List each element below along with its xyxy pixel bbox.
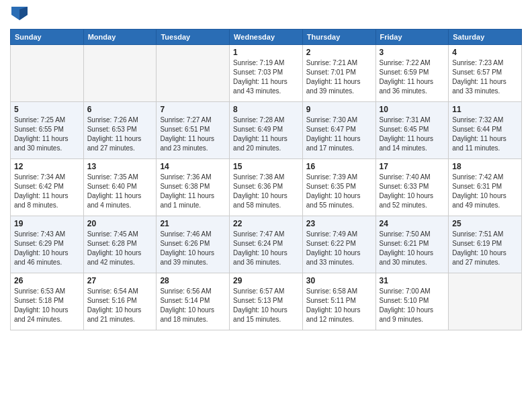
day-number: 18 (452, 162, 518, 171)
day-info: Sunrise: 7:36 AMSunset: 6:38 PMDaylight:… (160, 173, 226, 210)
day-number: 26 (14, 276, 80, 285)
main-container: SundayMondayTuesdayWednesdayThursdayFrid… (0, 0, 532, 337)
day-header-wednesday: Wednesday (230, 30, 303, 45)
day-number: 11 (452, 105, 518, 114)
calendar-table: SundayMondayTuesdayWednesdayThursdayFrid… (10, 29, 522, 330)
calendar-day: 18Sunrise: 7:42 AMSunset: 6:31 PMDayligh… (449, 159, 522, 216)
day-info: Sunrise: 7:23 AMSunset: 6:57 PMDaylight:… (452, 58, 518, 96)
calendar-day: 12Sunrise: 7:34 AMSunset: 6:42 PMDayligh… (11, 159, 84, 216)
day-info: Sunrise: 7:43 AMSunset: 6:29 PMDaylight:… (14, 230, 80, 267)
day-info: Sunrise: 7:00 AMSunset: 5:10 PMDaylight:… (380, 287, 445, 324)
calendar-day: 10Sunrise: 7:31 AMSunset: 6:45 PMDayligh… (375, 102, 449, 159)
calendar-day (449, 273, 522, 330)
day-number: 15 (233, 162, 299, 171)
day-number: 1 (233, 48, 299, 57)
day-header-sunday: Sunday (11, 30, 84, 45)
calendar-day: 1Sunrise: 7:19 AMSunset: 7:03 PMDaylight… (230, 45, 303, 102)
day-info: Sunrise: 7:40 AMSunset: 6:33 PMDaylight:… (380, 173, 445, 210)
day-header-friday: Friday (375, 30, 449, 45)
logo-text (10, 7, 28, 24)
day-info: Sunrise: 7:49 AMSunset: 6:22 PMDaylight:… (306, 230, 372, 267)
calendar-week-3: 12Sunrise: 7:34 AMSunset: 6:42 PMDayligh… (11, 159, 522, 216)
calendar-day: 23Sunrise: 7:49 AMSunset: 6:22 PMDayligh… (302, 216, 375, 273)
day-header-saturday: Saturday (449, 30, 522, 45)
day-number: 9 (306, 105, 372, 114)
day-number: 13 (87, 162, 153, 171)
day-number: 24 (380, 219, 445, 228)
day-info: Sunrise: 7:35 AMSunset: 6:40 PMDaylight:… (87, 173, 153, 210)
day-info: Sunrise: 7:19 AMSunset: 7:03 PMDaylight:… (233, 58, 299, 96)
day-info: Sunrise: 7:45 AMSunset: 6:28 PMDaylight:… (87, 230, 153, 267)
day-info: Sunrise: 7:47 AMSunset: 6:24 PMDaylight:… (233, 230, 299, 267)
calendar-day: 9Sunrise: 7:30 AMSunset: 6:47 PMDaylight… (302, 102, 375, 159)
day-info: Sunrise: 7:30 AMSunset: 6:47 PMDaylight:… (306, 116, 372, 153)
calendar-day: 6Sunrise: 7:26 AMSunset: 6:53 PMDaylight… (83, 102, 157, 159)
calendar-day: 29Sunrise: 6:57 AMSunset: 5:13 PMDayligh… (230, 273, 303, 330)
day-number: 16 (306, 162, 372, 171)
day-number: 28 (160, 276, 226, 285)
calendar-day: 27Sunrise: 6:54 AMSunset: 5:16 PMDayligh… (83, 273, 157, 330)
day-info: Sunrise: 7:34 AMSunset: 6:42 PMDaylight:… (14, 173, 80, 210)
day-info: Sunrise: 7:51 AMSunset: 6:19 PMDaylight:… (452, 230, 518, 267)
calendar-day: 31Sunrise: 7:00 AMSunset: 5:10 PMDayligh… (375, 273, 449, 330)
calendar-day: 21Sunrise: 7:46 AMSunset: 6:26 PMDayligh… (157, 216, 230, 273)
day-number: 8 (233, 105, 299, 114)
calendar-day: 26Sunrise: 6:53 AMSunset: 5:18 PMDayligh… (11, 273, 84, 330)
day-number: 19 (14, 219, 80, 228)
calendar-week-5: 26Sunrise: 6:53 AMSunset: 5:18 PMDayligh… (11, 273, 522, 330)
calendar-week-2: 5Sunrise: 7:25 AMSunset: 6:55 PMDaylight… (11, 102, 522, 159)
day-number: 14 (160, 162, 226, 171)
calendar-day: 30Sunrise: 6:58 AMSunset: 5:11 PMDayligh… (302, 273, 375, 330)
day-number: 25 (452, 219, 518, 228)
calendar-week-1: 1Sunrise: 7:19 AMSunset: 7:03 PMDaylight… (11, 45, 522, 102)
calendar-week-4: 19Sunrise: 7:43 AMSunset: 6:29 PMDayligh… (11, 216, 522, 273)
day-number: 20 (87, 219, 153, 228)
day-number: 7 (160, 105, 226, 114)
day-info: Sunrise: 7:38 AMSunset: 6:36 PMDaylight:… (233, 173, 299, 210)
day-number: 12 (14, 162, 80, 171)
day-number: 17 (380, 162, 445, 171)
calendar-day: 19Sunrise: 7:43 AMSunset: 6:29 PMDayligh… (11, 216, 84, 273)
day-info: Sunrise: 6:54 AMSunset: 5:16 PMDaylight:… (87, 287, 153, 324)
calendar-day: 5Sunrise: 7:25 AMSunset: 6:55 PMDaylight… (11, 102, 84, 159)
day-header-tuesday: Tuesday (157, 30, 230, 45)
calendar-day: 20Sunrise: 7:45 AMSunset: 6:28 PMDayligh… (83, 216, 157, 273)
day-header-thursday: Thursday (302, 30, 375, 45)
day-info: Sunrise: 6:53 AMSunset: 5:18 PMDaylight:… (14, 287, 80, 324)
calendar-day: 2Sunrise: 7:21 AMSunset: 7:01 PMDaylight… (302, 45, 375, 102)
day-number: 27 (87, 276, 153, 285)
day-number: 29 (233, 276, 299, 285)
day-info: Sunrise: 7:39 AMSunset: 6:35 PMDaylight:… (306, 173, 372, 210)
day-number: 5 (14, 105, 80, 114)
calendar-day (83, 45, 157, 102)
calendar-day: 3Sunrise: 7:22 AMSunset: 6:59 PMDaylight… (375, 45, 449, 102)
day-number: 6 (87, 105, 153, 114)
calendar-day: 8Sunrise: 7:28 AMSunset: 6:49 PMDaylight… (230, 102, 303, 159)
day-info: Sunrise: 7:22 AMSunset: 6:59 PMDaylight:… (380, 58, 445, 96)
day-number: 30 (306, 276, 372, 285)
day-number: 2 (306, 48, 372, 57)
calendar-day: 11Sunrise: 7:32 AMSunset: 6:44 PMDayligh… (449, 102, 522, 159)
day-info: Sunrise: 6:56 AMSunset: 5:14 PMDaylight:… (160, 287, 226, 324)
day-number: 4 (452, 48, 518, 57)
day-info: Sunrise: 7:28 AMSunset: 6:49 PMDaylight:… (233, 116, 299, 153)
calendar-day: 17Sunrise: 7:40 AMSunset: 6:33 PMDayligh… (375, 159, 449, 216)
day-number: 3 (380, 48, 445, 57)
calendar-day: 28Sunrise: 6:56 AMSunset: 5:14 PMDayligh… (157, 273, 230, 330)
day-info: Sunrise: 7:50 AMSunset: 6:21 PMDaylight:… (380, 230, 445, 267)
day-info: Sunrise: 7:32 AMSunset: 6:44 PMDaylight:… (452, 116, 518, 153)
calendar-day: 15Sunrise: 7:38 AMSunset: 6:36 PMDayligh… (230, 159, 303, 216)
day-info: Sunrise: 7:26 AMSunset: 6:53 PMDaylight:… (87, 116, 153, 153)
day-info: Sunrise: 6:57 AMSunset: 5:13 PMDaylight:… (233, 287, 299, 324)
day-info: Sunrise: 7:21 AMSunset: 7:01 PMDaylight:… (306, 58, 372, 96)
day-header-monday: Monday (83, 30, 157, 45)
day-info: Sunrise: 7:42 AMSunset: 6:31 PMDaylight:… (452, 173, 518, 210)
day-info: Sunrise: 7:46 AMSunset: 6:26 PMDaylight:… (160, 230, 226, 267)
calendar-day: 16Sunrise: 7:39 AMSunset: 6:35 PMDayligh… (302, 159, 375, 216)
day-number: 23 (306, 219, 372, 228)
calendar-day: 13Sunrise: 7:35 AMSunset: 6:40 PMDayligh… (83, 159, 157, 216)
day-info: Sunrise: 6:58 AMSunset: 5:11 PMDaylight:… (306, 287, 372, 324)
calendar-day: 25Sunrise: 7:51 AMSunset: 6:19 PMDayligh… (449, 216, 522, 273)
calendar-day: 24Sunrise: 7:50 AMSunset: 6:21 PMDayligh… (375, 216, 449, 273)
calendar-header-row: SundayMondayTuesdayWednesdayThursdayFrid… (11, 30, 522, 45)
